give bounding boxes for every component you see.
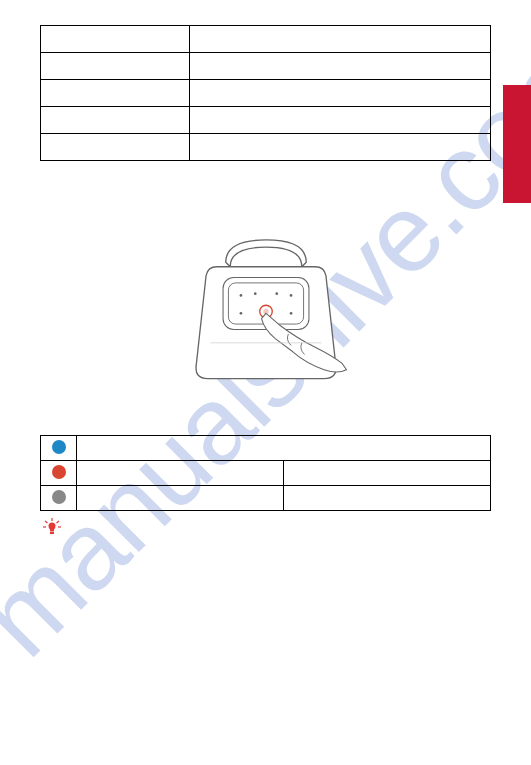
cell: [189, 80, 491, 107]
svg-line-12: [45, 521, 48, 523]
cell: [77, 486, 284, 511]
table-row: [41, 26, 491, 53]
led-table: [40, 435, 491, 511]
spec-table: [40, 25, 491, 161]
table-row: [41, 53, 491, 80]
cell: [189, 53, 491, 80]
cell: [284, 486, 491, 511]
svg-line-13: [57, 521, 60, 523]
cell: [41, 53, 190, 80]
cell: [41, 80, 190, 107]
cell: [77, 461, 284, 486]
page-content: [0, 0, 531, 541]
device-svg: [176, 231, 356, 401]
svg-rect-16: [50, 532, 54, 535]
led-dot-red: [52, 465, 66, 479]
device-illustration: [40, 231, 491, 405]
table-row: [41, 461, 491, 486]
tip-icon: [42, 517, 62, 541]
cell: [189, 26, 491, 53]
led-color-cell: [41, 436, 77, 461]
table-row: [41, 80, 491, 107]
led-dot-blue: [52, 440, 66, 454]
led-color-cell: [41, 486, 77, 511]
cell: [284, 461, 491, 486]
cell: [41, 134, 190, 161]
table-row: [41, 486, 491, 511]
cell: [41, 26, 190, 53]
cell: [77, 436, 491, 461]
svg-point-6: [239, 312, 242, 315]
table-row: [41, 134, 491, 161]
cell: [189, 134, 491, 161]
led-dot-grey: [52, 490, 66, 504]
table-row: [41, 107, 491, 134]
cell: [41, 107, 190, 134]
svg-point-2: [239, 294, 242, 297]
svg-point-5: [289, 294, 292, 297]
cell: [189, 107, 491, 134]
table-row: [41, 436, 491, 461]
svg-point-4: [275, 292, 278, 295]
led-color-cell: [41, 461, 77, 486]
svg-point-3: [253, 292, 256, 295]
svg-point-7: [289, 312, 292, 315]
